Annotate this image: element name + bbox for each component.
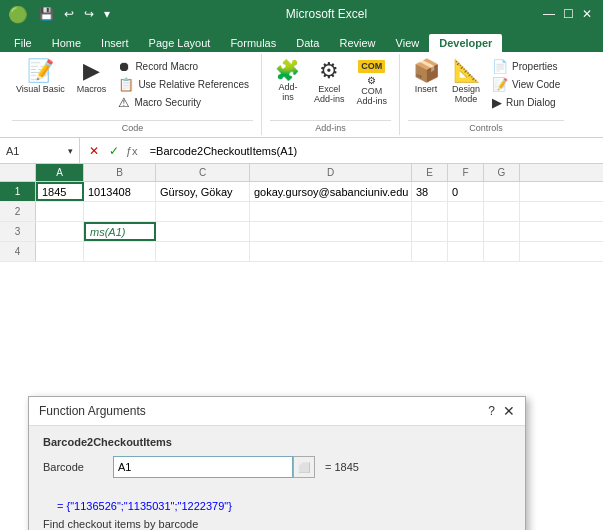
redo-button[interactable]: ↪ (81, 5, 97, 23)
table-row: 1 1845 1013408 Gürsoy, Gökay gokay.gurso… (0, 182, 603, 202)
tab-insert[interactable]: Insert (91, 34, 139, 52)
ribbon-group-addins: 🧩 Add-ins ⚙ ExcelAdd-ins COM ⚙ COMAdd-in… (262, 54, 400, 135)
tab-page-layout[interactable]: Page Layout (139, 34, 221, 52)
macros-button[interactable]: ▶ Macros (73, 58, 111, 96)
tab-view[interactable]: View (386, 34, 430, 52)
addins-button[interactable]: 🧩 Add-ins (270, 58, 306, 104)
close-button[interactable]: ✕ (579, 5, 595, 23)
cell-e1[interactable]: 38 (412, 182, 448, 201)
cell-c4[interactable] (156, 242, 250, 261)
cell-f1[interactable]: 0 (448, 182, 484, 201)
view-code-button[interactable]: 📝 View Code (488, 76, 564, 93)
vb-icon: 📝 (27, 60, 54, 82)
cell-e2[interactable] (412, 202, 448, 221)
cell-g3[interactable] (484, 222, 520, 241)
visual-basic-button[interactable]: 📝 Visual Basic (12, 58, 69, 96)
arg-collapse-button[interactable]: ⬜ (293, 456, 315, 478)
more-qa-button[interactable]: ▾ (101, 5, 113, 23)
tab-review[interactable]: Review (329, 34, 385, 52)
spreadsheet-container: A B C D E F G 1 1845 1013408 Gürsoy, Gök… (0, 164, 603, 262)
arg-input[interactable] (113, 456, 293, 478)
cell-d4[interactable] (250, 242, 412, 261)
properties-button[interactable]: 📄 Properties (488, 58, 564, 75)
row-number-2: 2 (0, 202, 36, 221)
properties-icon: 📄 (492, 59, 508, 74)
result-array: = {"1136526";"1135031";"1222379"} (43, 500, 511, 512)
excel-addins-icon: ⚙ (319, 60, 339, 82)
cell-c3[interactable] (156, 222, 250, 241)
name-box-arrow: ▾ (68, 146, 73, 156)
cell-d3[interactable] (250, 222, 412, 241)
window-title: Microsoft Excel (113, 7, 540, 21)
col-header-a[interactable]: A (36, 164, 84, 181)
macros-icon: ▶ (83, 60, 100, 82)
dialog-close-button[interactable]: ✕ (503, 403, 515, 419)
cell-b3[interactable]: ms(A1) (84, 222, 156, 241)
name-box[interactable]: A1 ▾ (0, 138, 80, 163)
cell-b2[interactable] (84, 202, 156, 221)
dialog-help-button[interactable]: ? (488, 404, 495, 418)
tab-file[interactable]: File (4, 34, 42, 52)
view-code-icon: 📝 (492, 77, 508, 92)
design-mode-button[interactable]: 📐 DesignMode (448, 58, 484, 106)
run-dialog-icon: ▶ (492, 95, 502, 110)
relative-ref-icon: 📋 (118, 77, 134, 92)
row-number-4: 4 (0, 242, 36, 261)
tab-developer[interactable]: Developer (429, 34, 502, 52)
tab-formulas[interactable]: Formulas (220, 34, 286, 52)
quick-access-toolbar: 💾 ↩ ↪ ▾ (36, 5, 113, 23)
col-header-b[interactable]: B (84, 164, 156, 181)
cell-a4[interactable] (36, 242, 84, 261)
col-header-g[interactable]: G (484, 164, 520, 181)
col-header-d[interactable]: D (250, 164, 412, 181)
cell-a2[interactable] (36, 202, 84, 221)
cell-b1[interactable]: 1013408 (84, 182, 156, 201)
macro-options: ⏺ Record Macro 📋 Use Relative References… (114, 58, 253, 111)
minimize-button[interactable]: — (540, 5, 558, 23)
insert-control-icon: 📦 (413, 60, 440, 82)
cell-d2[interactable] (250, 202, 412, 221)
function-wizard-icon[interactable]: ƒx (126, 145, 138, 157)
controls-options: 📄 Properties 📝 View Code ▶ Run Dialog (488, 58, 564, 111)
maximize-button[interactable]: ☐ (560, 5, 577, 23)
tab-home[interactable]: Home (42, 34, 91, 52)
cell-a1[interactable]: 1845 (36, 182, 84, 201)
run-dialog-button[interactable]: ▶ Run Dialog (488, 94, 564, 111)
macro-security-button[interactable]: ⚠ Macro Security (114, 94, 253, 111)
confirm-formula-button[interactable]: ✓ (106, 143, 122, 159)
relative-references-button[interactable]: 📋 Use Relative References (114, 76, 253, 93)
col-header-f[interactable]: F (448, 164, 484, 181)
col-header-e[interactable]: E (412, 164, 448, 181)
insert-control-button[interactable]: 📦 Insert (408, 58, 444, 96)
cell-g4[interactable] (484, 242, 520, 261)
save-button[interactable]: 💾 (36, 5, 57, 23)
undo-button[interactable]: ↩ (61, 5, 77, 23)
cell-f3[interactable] (448, 222, 484, 241)
formula-input[interactable] (144, 138, 603, 163)
cell-g2[interactable] (484, 202, 520, 221)
function-name: Barcode2CheckoutItems (43, 436, 511, 448)
cell-c1[interactable]: Gürsoy, Gökay (156, 182, 250, 201)
dialog-body: Barcode2CheckoutItems Barcode ⬜ = 1845 (29, 426, 525, 530)
col-header-c[interactable]: C (156, 164, 250, 181)
cell-e4[interactable] (412, 242, 448, 261)
argument-row: Barcode ⬜ = 1845 (43, 456, 511, 478)
cell-f4[interactable] (448, 242, 484, 261)
arg-result-value: = 1845 (325, 461, 359, 473)
tab-data[interactable]: Data (286, 34, 329, 52)
cell-g1[interactable] (484, 182, 520, 201)
cell-e3[interactable] (412, 222, 448, 241)
cell-d1[interactable]: gokay.gursoy@sabanciuniv.edu (250, 182, 412, 201)
cancel-formula-button[interactable]: ✕ (86, 143, 102, 159)
com-addins-button[interactable]: COM ⚙ COMAdd-ins (353, 58, 392, 108)
desc-text: Find checkout items by barcode (43, 518, 511, 530)
cell-b4[interactable] (84, 242, 156, 261)
table-row: 4 (0, 242, 603, 262)
record-macro-icon: ⏺ (118, 59, 131, 74)
column-headers: A B C D E F G (0, 164, 603, 182)
excel-addins-button[interactable]: ⚙ ExcelAdd-ins (310, 58, 349, 106)
record-macro-button[interactable]: ⏺ Record Macro (114, 58, 253, 75)
cell-c2[interactable] (156, 202, 250, 221)
cell-f2[interactable] (448, 202, 484, 221)
cell-a3[interactable] (36, 222, 84, 241)
